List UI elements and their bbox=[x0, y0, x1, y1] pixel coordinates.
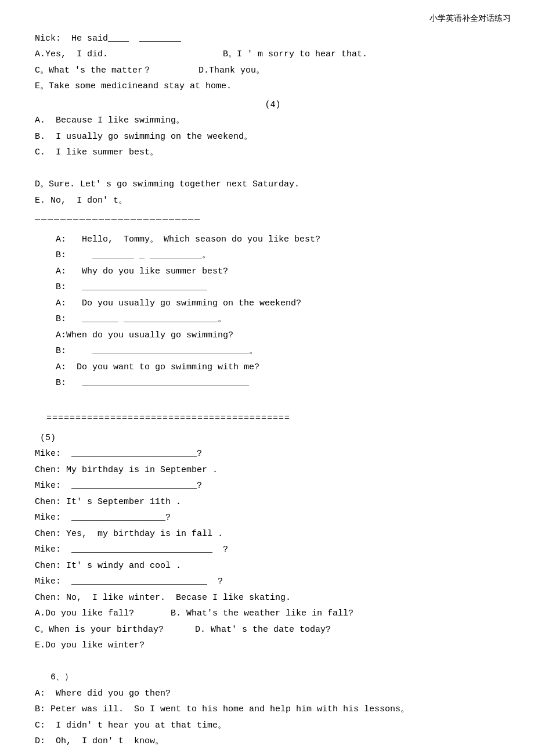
dialog-b1: B: ________ _ __________。 bbox=[35, 248, 511, 263]
option-e1: E。Take some medicineand stay at home. bbox=[35, 79, 511, 94]
dialog-b3: B: _______ __________________。 bbox=[35, 312, 511, 327]
equals-separator: ========================================… bbox=[35, 411, 511, 426]
dialog2-b1: B: Peter was ill. So I went to his home … bbox=[35, 702, 511, 717]
option-c2: C. I like summer best。 bbox=[35, 145, 511, 160]
dialog2-d1: D: Oh, I don' t know。 bbox=[35, 734, 511, 749]
dialog-a2: A: Why do you like summer best? bbox=[35, 264, 511, 279]
option-a3: A.Do you like fall? B. What's the weathe… bbox=[35, 606, 511, 621]
option-e2: E. No, I don' t。 bbox=[35, 193, 511, 208]
mike-line5: Mike: __________________________ ? bbox=[35, 574, 511, 589]
option-b2: B. I usually go swimming on the weekend。 bbox=[35, 129, 511, 145]
blank-line3 bbox=[35, 654, 511, 669]
dialog-a3: A: Do you usually go swimming on the wee… bbox=[35, 296, 511, 311]
mike-line2: Mike: ________________________? bbox=[35, 478, 511, 494]
section-5-header: (5) bbox=[35, 431, 511, 446]
option-c3: C。When is your birthday? D. What' s the … bbox=[35, 622, 511, 638]
dialog-a5: A: Do you want to go swimming with me? bbox=[35, 360, 511, 375]
mike-line1: Mike: ________________________? bbox=[35, 447, 511, 462]
dialog2-c1: C: I didn' t hear you at that time。 bbox=[35, 718, 511, 733]
dialog-b5: B: ________________________________ bbox=[35, 376, 511, 391]
mike-line4: Mike: ___________________________ ? bbox=[35, 542, 511, 557]
section-6-header: 6、） bbox=[35, 670, 511, 685]
option-e3: E.Do you like winter? bbox=[35, 638, 511, 653]
chen-line3: Chen: Yes, my birthday is in fall . bbox=[35, 527, 511, 542]
mike-line3: Mike: __________________? bbox=[35, 510, 511, 525]
chen-line5: Chen: No, I like winter. Becase I like s… bbox=[35, 591, 511, 606]
dialog-a4: A:When do you usually go swimming? bbox=[35, 328, 511, 343]
dialog-b4: B: ______________________________。 bbox=[35, 344, 511, 359]
dialog-a1: A: Hello, Tommy。 Which season do you lik… bbox=[35, 232, 511, 247]
section-4-header: (4) bbox=[35, 98, 511, 113]
dialog2-a1: A: Where did you go then? bbox=[35, 686, 511, 701]
dashed-separator: —————————————————————————— bbox=[35, 213, 511, 228]
nick-line: Nick: He said____ ________ bbox=[35, 31, 511, 46]
content-area: Nick: He said____ ________ A.Yes, I did.… bbox=[23, 31, 511, 749]
blank-line2 bbox=[35, 392, 511, 407]
option-c1: C。What 's the matter？ D.Thank you。 bbox=[35, 63, 511, 78]
chen-line4: Chen: It' s windy and cool . bbox=[35, 559, 511, 574]
page-title: 小学英语补全对话练习 bbox=[23, 12, 511, 26]
option-d2: D。Sure. Let' s go swimming together next… bbox=[35, 177, 511, 192]
chen-line1: Chen: My birthday is in September . bbox=[35, 463, 511, 478]
chen-line2: Chen: It' s September 11th . bbox=[35, 495, 511, 510]
blank-line1 bbox=[35, 161, 511, 177]
option-a2: A. Because I like swimming。 bbox=[35, 113, 511, 128]
option-a1: A.Yes, I did. B。I ' m sorry to hear that… bbox=[35, 47, 511, 62]
dialog-b2: B: ________________________ bbox=[35, 280, 511, 295]
